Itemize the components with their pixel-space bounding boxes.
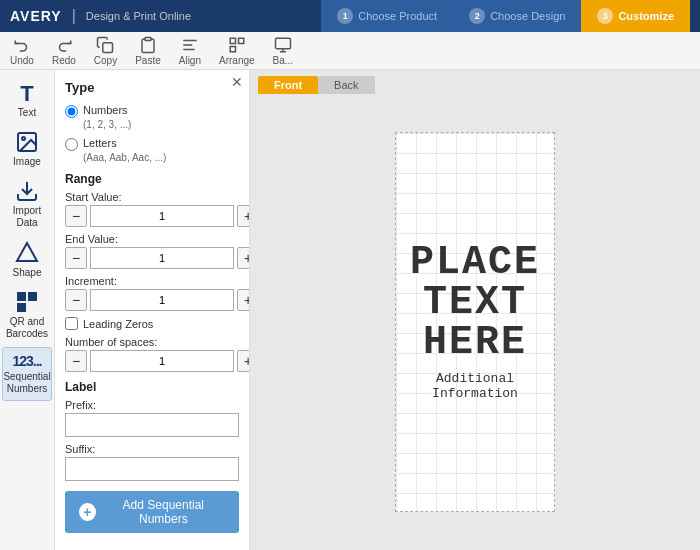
- redo-label: Redo: [52, 55, 76, 66]
- svg-rect-1: [145, 37, 151, 40]
- qr-icon: [15, 290, 39, 314]
- type-numbers-option[interactable]: Numbers (1, 2, 3, ...): [65, 103, 239, 132]
- num-spaces-input[interactable]: [90, 350, 234, 372]
- svg-rect-19: [31, 295, 34, 298]
- add-btn-label: Add Sequential Numbers: [102, 498, 225, 526]
- type-radio-group: Numbers (1, 2, 3, ...) Letters (Aaa, Aab…: [65, 103, 239, 164]
- panel-close-button[interactable]: ✕: [231, 74, 243, 90]
- num-spaces-label: Number of spaces:: [65, 336, 239, 348]
- tool-shape[interactable]: Shape: [2, 236, 52, 283]
- undo-button[interactable]: Undo: [10, 36, 34, 66]
- suffix-input[interactable]: [65, 457, 239, 481]
- num-spaces-increment[interactable]: +: [237, 350, 250, 372]
- tool-text[interactable]: T Text: [2, 78, 52, 123]
- copy-label: Copy: [94, 55, 117, 66]
- ba-button[interactable]: Ba...: [273, 36, 294, 66]
- start-value-label: Start Value:: [65, 191, 239, 203]
- increment-increment[interactable]: +: [237, 289, 250, 311]
- toolbar: Undo Redo Copy Paste Align Arrange Ba...: [0, 32, 700, 70]
- import-icon: [15, 179, 39, 203]
- canvas-tabs: Front Back: [250, 70, 700, 94]
- tab-front[interactable]: Front: [258, 76, 318, 94]
- start-value-increment[interactable]: +: [237, 205, 250, 227]
- type-numbers-radio[interactable]: [65, 105, 78, 118]
- step-3-button[interactable]: 3 Customize: [581, 0, 690, 32]
- svg-marker-14: [17, 243, 37, 261]
- step-3-circle: 3: [597, 8, 613, 24]
- main-area: T Text Image ImportData Shape QR andBarc…: [0, 70, 700, 550]
- type-letters-label: Letters: [83, 137, 117, 149]
- type-letters-radio[interactable]: [65, 138, 78, 151]
- tool-import[interactable]: ImportData: [2, 174, 52, 234]
- paste-button[interactable]: Paste: [135, 36, 161, 66]
- tool-image[interactable]: Image: [2, 125, 52, 172]
- ba-label: Ba...: [273, 55, 294, 66]
- sequential-icon: 123...: [12, 353, 41, 369]
- add-plus-icon: +: [79, 503, 96, 521]
- label-text-place: Place: [410, 243, 540, 283]
- label-additional-info: AdditionalInformation: [432, 371, 518, 401]
- increment-row: Increment: − +: [65, 275, 239, 311]
- add-sequential-button[interactable]: + Add Sequential Numbers: [65, 491, 239, 533]
- label-text-text: Text: [423, 283, 527, 323]
- suffix-label: Suffix:: [65, 443, 239, 455]
- align-label: Align: [179, 55, 201, 66]
- range-title: Range: [65, 172, 239, 186]
- brand-logo: AVERY: [10, 8, 62, 24]
- prefix-label: Prefix:: [65, 399, 239, 411]
- sequential-numbers-panel: ✕ Type Numbers (1, 2, 3, ...) Letters (A…: [55, 70, 250, 550]
- tool-qr-label: QR andBarcodes: [6, 316, 48, 340]
- tool-shape-label: Shape: [13, 267, 42, 278]
- svg-rect-18: [20, 295, 23, 298]
- align-button[interactable]: Align: [179, 36, 201, 66]
- tab-back[interactable]: Back: [318, 76, 374, 94]
- tool-qr[interactable]: QR andBarcodes: [2, 285, 52, 345]
- prefix-input[interactable]: [65, 413, 239, 437]
- end-value-row: End Value: − +: [65, 233, 239, 269]
- end-value-increment[interactable]: +: [237, 247, 250, 269]
- canvas-area: Front Back Place Text Here AdditionalInf…: [250, 70, 700, 550]
- increment-label: Increment:: [65, 275, 239, 287]
- svg-rect-6: [238, 38, 243, 43]
- increment-decrement[interactable]: −: [65, 289, 87, 311]
- panel-title: Type: [65, 80, 239, 95]
- arrange-label: Arrange: [219, 55, 255, 66]
- step-2-button[interactable]: 2 Choose Design: [453, 0, 581, 32]
- suffix-row: Suffix:: [65, 443, 239, 481]
- start-value-input[interactable]: [90, 205, 234, 227]
- start-value-decrement[interactable]: −: [65, 205, 87, 227]
- arrange-button[interactable]: Arrange: [219, 36, 255, 66]
- type-letters-option[interactable]: Letters (Aaa, Aab, Aac, ...): [65, 136, 239, 165]
- svg-rect-20: [20, 306, 23, 309]
- leading-zeros-label[interactable]: Leading Zeros: [83, 318, 153, 330]
- step-1-button[interactable]: 1 Choose Product: [321, 0, 453, 32]
- shape-icon: [15, 241, 39, 265]
- num-spaces-row: Number of spaces: − +: [65, 336, 239, 372]
- leading-zeros-row: Leading Zeros: [65, 317, 239, 330]
- svg-point-12: [22, 137, 25, 140]
- end-value-decrement[interactable]: −: [65, 247, 87, 269]
- svg-rect-0: [103, 42, 113, 52]
- nav-divider: |: [72, 7, 76, 25]
- redo-button[interactable]: Redo: [52, 36, 76, 66]
- increment-input[interactable]: [90, 289, 234, 311]
- image-icon: [15, 130, 39, 154]
- label-title: Label: [65, 380, 239, 394]
- tool-text-label: Text: [18, 107, 36, 118]
- start-value-row: Start Value: − +: [65, 191, 239, 227]
- tool-import-label: ImportData: [13, 205, 41, 229]
- undo-label: Undo: [10, 55, 34, 66]
- step-3-label: Customize: [618, 10, 674, 22]
- tool-image-label: Image: [13, 156, 41, 167]
- tool-sidebar: T Text Image ImportData Shape QR andBarc…: [0, 70, 55, 550]
- svg-rect-8: [275, 38, 290, 49]
- leading-zeros-checkbox[interactable]: [65, 317, 78, 330]
- num-spaces-decrement[interactable]: −: [65, 350, 87, 372]
- canvas-wrapper: Place Text Here AdditionalInformation: [250, 94, 700, 550]
- paste-label: Paste: [135, 55, 161, 66]
- label-text-here: Here: [423, 323, 527, 363]
- end-value-label: End Value:: [65, 233, 239, 245]
- tool-sequential[interactable]: 123... SequentialNumbers: [2, 347, 52, 401]
- copy-button[interactable]: Copy: [94, 36, 117, 66]
- end-value-input[interactable]: [90, 247, 234, 269]
